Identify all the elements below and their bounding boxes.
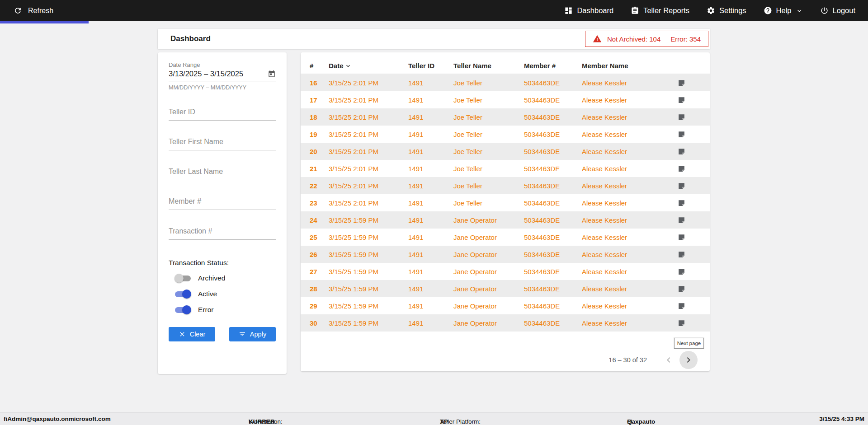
row-member-name: Alease Kessler: [582, 216, 678, 224]
note-button[interactable]: [678, 319, 710, 327]
note-button[interactable]: [678, 182, 710, 190]
row-date: 3/15/25 2:01 PM: [329, 182, 408, 190]
table-row[interactable]: 21 3/15/25 2:01 PM 1491 Joe Teller 50344…: [301, 160, 710, 177]
nav-item-settings[interactable]: Settings: [707, 6, 746, 15]
table-row[interactable]: 20 3/15/25 2:01 PM 1491 Joe Teller 50344…: [301, 143, 710, 160]
row-member-number: 5034463DE: [524, 302, 582, 310]
row-number: 26: [310, 251, 329, 258]
error-toggle-label: Error: [198, 306, 213, 314]
archived-toggle[interactable]: [175, 274, 191, 283]
nav-item-teller-reports[interactable]: Teller Reports: [631, 6, 689, 15]
row-member-number: 5034463DE: [524, 113, 582, 121]
table-row[interactable]: 30 3/15/25 1:59 PM 1491 Jane Operator 50…: [301, 314, 710, 332]
nav-item-logout[interactable]: Logout: [820, 6, 855, 15]
date-range-input[interactable]: [169, 70, 268, 78]
teller-last-name-input[interactable]: [169, 165, 276, 180]
note-button[interactable]: [678, 79, 710, 87]
note-button[interactable]: [678, 251, 710, 258]
table-header-row: # Date Teller ID Teller Name Member # Me…: [301, 58, 710, 74]
note-icon: [678, 268, 685, 276]
clear-button[interactable]: Clear: [169, 327, 215, 341]
row-date: 3/15/25 1:59 PM: [329, 302, 408, 310]
row-teller-id: 1491: [408, 302, 453, 310]
table-row[interactable]: 27 3/15/25 1:59 PM 1491 Jane Operator 50…: [301, 263, 710, 280]
note-button[interactable]: [678, 131, 710, 138]
next-page-tooltip: Next page: [674, 338, 704, 349]
note-icon: [678, 251, 685, 258]
row-number: 17: [310, 96, 329, 104]
row-teller-id: 1491: [408, 165, 453, 173]
note-button[interactable]: [678, 268, 710, 276]
note-icon: [678, 199, 685, 207]
table-row[interactable]: 29 3/15/25 1:59 PM 1491 Jane Operator 50…: [301, 297, 710, 314]
table-row[interactable]: 18 3/15/25 2:01 PM 1491 Joe Teller 50344…: [301, 108, 710, 126]
note-button[interactable]: [678, 165, 710, 173]
table-row[interactable]: 19 3/15/25 2:01 PM 1491 Joe Teller 50344…: [301, 126, 710, 143]
table-row[interactable]: 16 3/15/25 2:01 PM 1491 Joe Teller 50344…: [301, 74, 710, 91]
row-member-number: 5034463DE: [524, 182, 582, 190]
row-member-name: Alease Kessler: [582, 165, 678, 173]
nav-item-dashboard[interactable]: Dashboard: [564, 6, 613, 15]
column-header-date[interactable]: Date: [329, 62, 408, 70]
row-teller-id: 1491: [408, 216, 453, 224]
note-button[interactable]: [678, 285, 710, 293]
row-teller-id: 1491: [408, 131, 453, 138]
pagination-range-label: 16 – 30 of 32: [609, 356, 647, 364]
member-number-input[interactable]: [169, 195, 276, 210]
note-button[interactable]: [678, 199, 710, 207]
teller-first-name-field: [169, 135, 276, 150]
row-member-name: Alease Kessler: [582, 113, 678, 121]
table-row[interactable]: 17 3/15/25 2:01 PM 1491 Joe Teller 50344…: [301, 91, 710, 108]
table-row[interactable]: 24 3/15/25 1:59 PM 1491 Jane Operator 50…: [301, 211, 710, 229]
row-teller-id: 1491: [408, 285, 453, 293]
row-member-number: 5034463DE: [524, 268, 582, 276]
calendar-icon[interactable]: [268, 70, 276, 78]
table-row[interactable]: 28 3/15/25 1:59 PM 1491 Jane Operator 50…: [301, 280, 710, 297]
row-teller-name: Joe Teller: [453, 113, 524, 121]
error-toggle[interactable]: [175, 305, 191, 314]
note-icon: [678, 148, 685, 155]
note-button[interactable]: [678, 96, 710, 104]
transaction-number-input[interactable]: [169, 224, 276, 239]
note-icon: [678, 131, 685, 138]
row-teller-name: Jane Operator: [453, 319, 524, 327]
teller-id-input[interactable]: [169, 105, 276, 120]
table-row[interactable]: 23 3/15/25 2:01 PM 1491 Joe Teller 50344…: [301, 194, 710, 211]
row-member-number: 5034463DE: [524, 165, 582, 173]
table-row[interactable]: 25 3/15/25 1:59 PM 1491 Jane Operator 50…: [301, 229, 710, 246]
warning-icon: [593, 34, 602, 43]
apply-button-label: Apply: [250, 331, 266, 338]
note-icon: [678, 113, 685, 121]
note-button[interactable]: [678, 234, 710, 241]
row-number: 27: [310, 268, 329, 276]
row-date: 3/15/25 1:59 PM: [329, 251, 408, 258]
note-button[interactable]: [678, 216, 710, 224]
column-header-member-name: Member Name: [582, 62, 678, 70]
nav-item-help[interactable]: Help: [764, 6, 803, 15]
row-teller-id: 1491: [408, 251, 453, 258]
note-button[interactable]: [678, 113, 710, 121]
row-teller-name: Jane Operator: [453, 234, 524, 241]
note-button[interactable]: [678, 148, 710, 155]
column-header-teller-name: Teller Name: [453, 62, 524, 70]
apply-button[interactable]: Apply: [229, 327, 276, 341]
refresh-button[interactable]: Refresh: [14, 6, 53, 15]
workstation-value: KURRER: [249, 418, 275, 425]
row-member-number: 5034463DE: [524, 251, 582, 258]
table-row[interactable]: 26 3/15/25 1:59 PM 1491 Jane Operator 50…: [301, 246, 710, 263]
active-toggle[interactable]: [175, 290, 191, 299]
table-row[interactable]: 22 3/15/25 2:01 PM 1491 Joe Teller 50344…: [301, 177, 710, 194]
chevron-down-icon: [796, 7, 803, 14]
table-body: 16 3/15/25 2:01 PM 1491 Joe Teller 50344…: [301, 74, 710, 332]
nav-item-label: Logout: [833, 6, 855, 15]
next-page-button[interactable]: [679, 351, 698, 369]
teller-last-name-field: [169, 165, 276, 180]
row-date: 3/15/25 2:01 PM: [329, 199, 408, 207]
note-button[interactable]: [678, 302, 710, 310]
row-member-name: Alease Kessler: [582, 131, 678, 138]
teller-first-name-input[interactable]: [169, 135, 276, 150]
platform-value: XP: [440, 418, 448, 425]
previous-page-button[interactable]: [663, 355, 674, 365]
row-date: 3/15/25 1:59 PM: [329, 234, 408, 241]
row-member-number: 5034463DE: [524, 79, 582, 87]
